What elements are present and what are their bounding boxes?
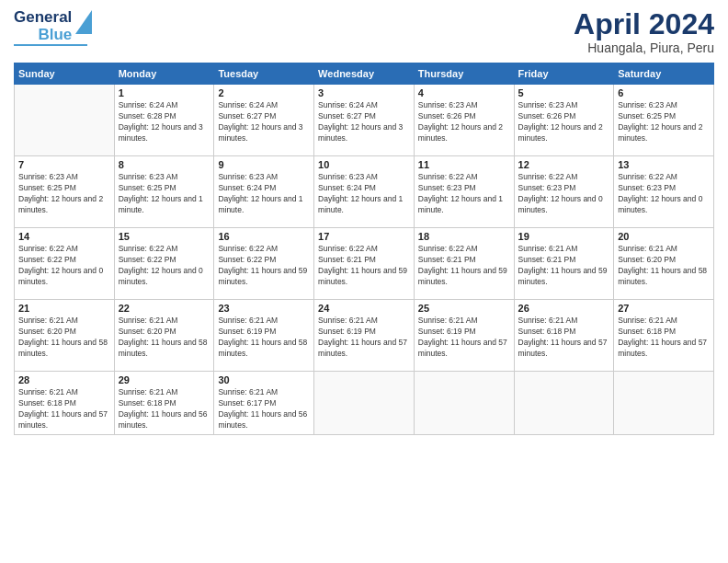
calendar-cell (614, 372, 714, 435)
header: General Blue April 2024 Huangala, Piura,… (14, 9, 714, 55)
month-title: April 2024 (574, 9, 714, 39)
calendar-cell: 20Sunrise: 6:21 AMSunset: 6:20 PMDayligh… (614, 228, 714, 300)
logo-blue: Blue (38, 27, 72, 44)
day-number: 18 (418, 231, 510, 242)
calendar-cell: 8Sunrise: 6:23 AMSunset: 6:25 PMDaylight… (114, 156, 214, 228)
weekday-thursday: Thursday (414, 63, 514, 85)
calendar-cell: 13Sunrise: 6:22 AMSunset: 6:23 PMDayligh… (614, 156, 714, 228)
day-number: 17 (318, 231, 410, 242)
calendar-row-0: 1Sunrise: 6:24 AMSunset: 6:28 PMDaylight… (15, 85, 714, 156)
day-number: 5 (518, 87, 610, 98)
day-number: 13 (618, 159, 710, 170)
title-area: April 2024 Huangala, Piura, Peru (574, 9, 714, 55)
day-info: Sunrise: 6:22 AMSunset: 6:22 PMDaylight:… (119, 244, 203, 286)
location-subtitle: Huangala, Piura, Peru (574, 40, 714, 55)
day-info: Sunrise: 6:24 AMSunset: 6:28 PMDaylight:… (119, 100, 203, 143)
day-info: Sunrise: 6:21 AMSunset: 6:20 PMDaylight:… (119, 316, 208, 358)
day-info: Sunrise: 6:21 AMSunset: 6:20 PMDaylight:… (618, 244, 707, 286)
day-info: Sunrise: 6:23 AMSunset: 6:24 PMDaylight:… (318, 172, 403, 214)
weekday-sunday: Sunday (15, 63, 115, 85)
day-info: Sunrise: 6:23 AMSunset: 6:25 PMDaylight:… (618, 100, 702, 143)
calendar-row-1: 7Sunrise: 6:23 AMSunset: 6:25 PMDaylight… (15, 156, 714, 228)
calendar-cell: 11Sunrise: 6:22 AMSunset: 6:23 PMDayligh… (414, 156, 514, 228)
calendar-cell: 18Sunrise: 6:22 AMSunset: 6:21 PMDayligh… (414, 228, 514, 300)
calendar-cell: 16Sunrise: 6:22 AMSunset: 6:22 PMDayligh… (214, 228, 314, 300)
logo-icon (75, 10, 92, 34)
day-number: 23 (218, 303, 310, 314)
day-info: Sunrise: 6:22 AMSunset: 6:23 PMDaylight:… (618, 172, 702, 214)
calendar-cell: 15Sunrise: 6:22 AMSunset: 6:22 PMDayligh… (114, 228, 214, 300)
day-info: Sunrise: 6:22 AMSunset: 6:21 PMDaylight:… (418, 244, 507, 286)
calendar-cell: 12Sunrise: 6:22 AMSunset: 6:23 PMDayligh… (514, 156, 614, 228)
calendar-cell: 26Sunrise: 6:21 AMSunset: 6:18 PMDayligh… (514, 300, 614, 372)
calendar-row-4: 28Sunrise: 6:21 AMSunset: 6:18 PMDayligh… (15, 372, 714, 435)
calendar-cell: 21Sunrise: 6:21 AMSunset: 6:20 PMDayligh… (15, 300, 115, 372)
day-number: 6 (618, 87, 710, 98)
calendar-cell: 4Sunrise: 6:23 AMSunset: 6:26 PMDaylight… (414, 85, 514, 156)
day-info: Sunrise: 6:21 AMSunset: 6:19 PMDaylight:… (318, 316, 407, 358)
day-info: Sunrise: 6:21 AMSunset: 6:18 PMDaylight:… (119, 387, 208, 430)
weekday-wednesday: Wednesday (314, 63, 415, 85)
day-number: 22 (119, 303, 210, 314)
day-number: 26 (518, 303, 610, 314)
weekday-tuesday: Tuesday (214, 63, 314, 85)
calendar-cell: 14Sunrise: 6:22 AMSunset: 6:22 PMDayligh… (15, 228, 115, 300)
page: General Blue April 2024 Huangala, Piura,… (0, 0, 728, 563)
day-number: 27 (618, 303, 710, 314)
calendar-cell: 23Sunrise: 6:21 AMSunset: 6:19 PMDayligh… (214, 300, 314, 372)
day-info: Sunrise: 6:22 AMSunset: 6:23 PMDaylight:… (518, 172, 603, 214)
calendar-cell: 28Sunrise: 6:21 AMSunset: 6:18 PMDayligh… (15, 372, 115, 435)
logo: General Blue (14, 9, 92, 46)
day-number: 20 (618, 231, 710, 242)
day-info: Sunrise: 6:23 AMSunset: 6:25 PMDaylight:… (18, 172, 103, 214)
day-number: 12 (518, 159, 610, 170)
logo-underline (14, 44, 87, 46)
day-number: 16 (218, 231, 310, 242)
calendar-cell: 1Sunrise: 6:24 AMSunset: 6:28 PMDaylight… (114, 85, 214, 156)
calendar-cell: 19Sunrise: 6:21 AMSunset: 6:21 PMDayligh… (514, 228, 614, 300)
day-number: 4 (418, 87, 510, 98)
calendar-cell: 9Sunrise: 6:23 AMSunset: 6:24 PMDaylight… (214, 156, 314, 228)
day-number: 28 (18, 374, 110, 385)
day-info: Sunrise: 6:21 AMSunset: 6:20 PMDaylight:… (18, 316, 108, 358)
day-info: Sunrise: 6:24 AMSunset: 6:27 PMDaylight:… (218, 100, 302, 143)
day-number: 3 (318, 87, 410, 98)
day-number: 14 (18, 231, 110, 242)
calendar-cell (314, 372, 415, 435)
calendar-cell: 3Sunrise: 6:24 AMSunset: 6:27 PMDaylight… (314, 85, 415, 156)
day-info: Sunrise: 6:23 AMSunset: 6:26 PMDaylight:… (518, 100, 603, 143)
day-number: 15 (119, 231, 210, 242)
day-info: Sunrise: 6:21 AMSunset: 6:19 PMDaylight:… (418, 316, 507, 358)
calendar-cell: 27Sunrise: 6:21 AMSunset: 6:18 PMDayligh… (614, 300, 714, 372)
calendar-row-3: 21Sunrise: 6:21 AMSunset: 6:20 PMDayligh… (15, 300, 714, 372)
day-info: Sunrise: 6:22 AMSunset: 6:22 PMDaylight:… (218, 244, 307, 286)
day-info: Sunrise: 6:24 AMSunset: 6:27 PMDaylight:… (318, 100, 403, 143)
day-info: Sunrise: 6:21 AMSunset: 6:19 PMDaylight:… (218, 316, 307, 358)
logo-general: General (14, 9, 72, 27)
calendar-row-2: 14Sunrise: 6:22 AMSunset: 6:22 PMDayligh… (15, 228, 714, 300)
day-number: 25 (418, 303, 510, 314)
calendar-cell: 7Sunrise: 6:23 AMSunset: 6:25 PMDaylight… (15, 156, 115, 228)
day-info: Sunrise: 6:23 AMSunset: 6:26 PMDaylight:… (418, 100, 503, 143)
day-number: 10 (318, 159, 410, 170)
day-number: 8 (119, 159, 210, 170)
day-info: Sunrise: 6:21 AMSunset: 6:18 PMDaylight:… (618, 316, 707, 358)
day-number: 9 (218, 159, 310, 170)
calendar-cell (15, 85, 115, 156)
day-number: 19 (518, 231, 610, 242)
day-number: 2 (218, 87, 310, 98)
calendar-table: SundayMondayTuesdayWednesdayThursdayFrid… (14, 63, 714, 435)
day-info: Sunrise: 6:21 AMSunset: 6:17 PMDaylight:… (218, 387, 307, 430)
calendar-cell: 17Sunrise: 6:22 AMSunset: 6:21 PMDayligh… (314, 228, 415, 300)
calendar-cell: 24Sunrise: 6:21 AMSunset: 6:19 PMDayligh… (314, 300, 415, 372)
day-number: 21 (18, 303, 110, 314)
day-number: 24 (318, 303, 410, 314)
day-number: 30 (218, 374, 310, 385)
weekday-friday: Friday (514, 63, 614, 85)
day-number: 1 (119, 87, 210, 98)
day-number: 11 (418, 159, 510, 170)
day-info: Sunrise: 6:21 AMSunset: 6:18 PMDaylight:… (18, 387, 108, 430)
day-info: Sunrise: 6:21 AMSunset: 6:18 PMDaylight:… (518, 316, 608, 358)
weekday-monday: Monday (114, 63, 214, 85)
calendar-cell: 22Sunrise: 6:21 AMSunset: 6:20 PMDayligh… (114, 300, 214, 372)
